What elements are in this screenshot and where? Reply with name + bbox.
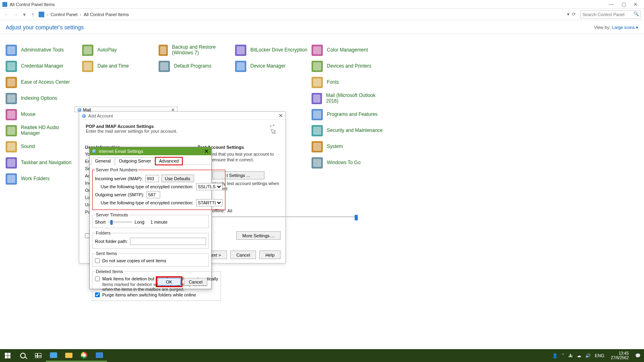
more-settings-button[interactable]: More Settings ... [236,231,281,240]
chrome-icon[interactable] [76,350,92,362]
back-arrow-icon[interactable]: ← [3,11,10,18]
ies-title: Internet Email Settings [99,149,143,154]
cp-item-icon [312,77,323,88]
use-defaults-button[interactable]: Use Defaults [161,175,194,182]
cp-item[interactable]: Realtek HD Audio Manager [4,123,80,139]
language-indicator[interactable]: ENG [595,353,605,358]
cp-item[interactable]: Date and Time [80,58,157,74]
minimize-button[interactable]: — [605,2,617,7]
cp-item[interactable]: Devices and Printers [310,58,386,74]
crumb-all-items[interactable]: All Control Panel Items [84,12,129,17]
internet-email-settings-window: Internet Email Settings ✕ General Outgoi… [89,147,212,289]
cp-header: Adjust your computer's settings View by:… [0,20,644,34]
cp-item[interactable]: Mouse [4,107,80,123]
root-folder-input[interactable] [130,238,206,245]
action-center-icon[interactable]: 💬 [635,353,641,358]
ies-close-icon[interactable]: ✕ [204,148,209,154]
recent-dropdown-icon[interactable]: ▾ [21,11,27,18]
cp-item[interactable]: Mail (Microsoft Outlook 2016) [310,90,386,107]
cp-item[interactable]: Backup and Restore (Windows 7) [157,42,233,58]
onedrive-icon[interactable]: ☁ [577,353,581,358]
cancel-button[interactable]: Cancel [230,251,256,259]
refresh-icon[interactable]: ⟳ [572,12,576,17]
mark-delete-checkbox[interactable] [95,276,100,281]
clock[interactable]: 13:45 27/6/2562 [609,351,632,360]
cp-item[interactable]: Sound [4,139,80,155]
up-arrow-icon[interactable]: ↑ [30,11,36,18]
maximize-button[interactable]: ▢ [617,2,630,7]
task-view-icon[interactable] [31,349,46,362]
cp-item-label: Mail (Microsoft Outlook 2016) [326,93,385,104]
outgoing-enc-select[interactable]: STARTTLS [196,199,223,206]
cp-item[interactable]: Programs and Features [310,107,386,123]
cp-item-label: Administrative Tools [21,47,64,53]
help-button[interactable]: Help [259,251,281,259]
cp-item[interactable]: Credential Manager [4,58,80,74]
file-explorer-icon[interactable] [61,350,76,362]
address-dropdown-icon[interactable]: ▾ [567,12,570,17]
tab-general[interactable]: General [91,157,114,165]
outgoing-enc-label: Use the following type of encrypted conn… [101,200,194,205]
cp-item[interactable]: Ease of Access Center [4,74,80,90]
forward-arrow-icon[interactable]: → [12,11,19,18]
cp-item-icon [6,45,17,56]
cp-item[interactable]: Taskbar and Navigation [4,155,80,171]
taskbar-search-icon[interactable] [15,349,31,362]
cp-item-icon [159,61,170,72]
cp-item[interactable]: Work Folders [4,171,80,187]
cp-item[interactable]: Default Programs [157,58,233,74]
cp-item[interactable]: Administrative Tools [4,42,80,58]
cp-item[interactable]: Windows To Go [310,155,386,171]
view-by-dropdown[interactable]: Large icons ▾ [612,25,638,30]
start-button[interactable] [0,349,15,362]
page-title: Adjust your computer's settings [6,24,84,31]
close-button[interactable]: ✕ [630,2,642,7]
outgoing-port-input[interactable] [147,191,160,198]
cp-item[interactable]: Device Manager [233,58,310,74]
root-folder-label: Root folder path: [95,239,128,244]
cp-item[interactable]: Color Management [310,42,386,58]
breadcrumb-sep: › [47,12,48,17]
cp-item[interactable]: Indexing Options [4,90,80,107]
cp-item-icon [82,61,93,72]
purge-checkbox[interactable] [95,292,100,297]
tab-outgoing-server[interactable]: Outgoing Server [115,157,155,165]
cp-item-icon [312,61,323,72]
window-title: All Control Panel Items [10,2,55,7]
cp-item-label: Color Management [327,47,368,53]
tab-advanced[interactable]: Advanced [155,157,182,165]
add-account-close-icon[interactable]: ✕ [279,113,283,119]
cp-item-icon [235,45,246,56]
people-icon[interactable]: 👤 [552,353,558,358]
network-icon[interactable]: 🖧 [568,353,573,358]
timeouts-fieldset: Server Timeouts Short Long 1 minute [92,212,209,228]
cp-item[interactable]: Security and Maintenance [310,123,386,139]
control-panel-task-icon[interactable] [92,350,107,362]
offline-slider[interactable] [212,214,358,220]
ies-cancel-button[interactable]: Cancel [184,278,207,286]
cp-item-label: Ease of Access Center [21,80,70,85]
cp-item[interactable]: AutoPlay [80,42,157,58]
cp-item-icon [6,141,17,152]
incoming-port-input[interactable] [145,175,159,182]
cp-item[interactable]: BitLocker Drive Encryption [233,42,310,58]
taskbar-app-1[interactable] [46,350,61,362]
cp-item[interactable]: System [310,139,386,155]
ok-button[interactable]: OK [157,278,181,286]
search-input[interactable] [580,10,641,19]
search-icon[interactable]: 🔍 [634,11,639,16]
view-by: View by: Large icons ▾ [594,25,638,30]
crumb-control-panel[interactable]: Control Panel [51,12,78,17]
cp-item-label: Windows To Go [327,160,361,166]
cursor-sparkle-icon [268,124,279,134]
cp-item[interactable]: Fonts [310,74,386,90]
volume-icon[interactable]: 🔊 [585,353,591,358]
cp-item-icon [312,125,323,136]
dont-save-sent-checkbox[interactable] [95,258,100,263]
globe-icon [82,114,86,118]
cp-item-label: Indexing Options [21,96,57,101]
incoming-label: Incoming server (IMAP): [95,176,143,181]
tray-chevron-icon[interactable]: ˄ [562,353,564,358]
timeout-slider[interactable] [108,220,132,224]
incoming-enc-select[interactable]: SSL/TLS [196,183,223,190]
